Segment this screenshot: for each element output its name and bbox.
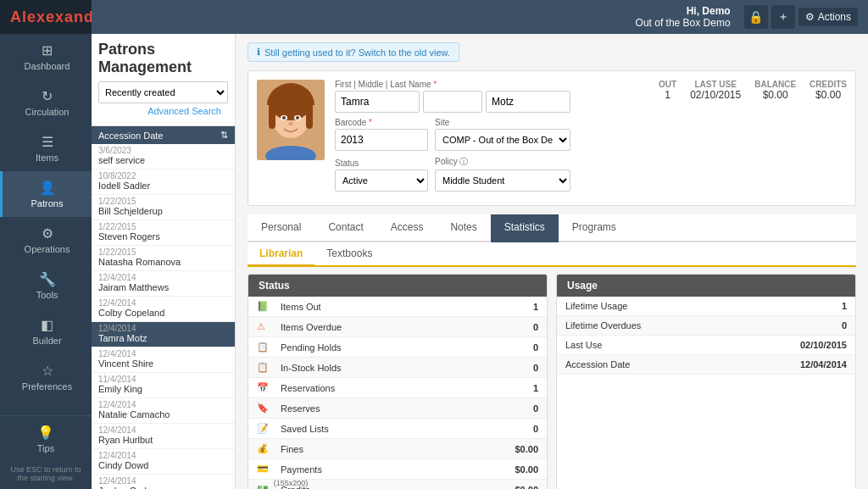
entry-date: 12/4/2014 [98,476,228,486]
site-select[interactable]: COMP - Out of the Box Demo [435,129,570,151]
sub-tab-librarian[interactable]: Librarian [248,242,314,267]
preferences-icon: ☆ [42,363,53,379]
table-row: Lifetime Usage 1 [557,297,855,316]
usage-table: Lifetime Usage 1 Lifetime Overdues 0 Las… [557,297,855,375]
policy-select[interactable]: Middle Student [435,169,570,192]
row-label: Pending Holds [272,337,453,358]
name-label: First | Middle | Last Name * [335,80,570,89]
patron-list-columns: Accession Date ⇅ [92,126,235,144]
stat-last-use-value: 02/10/2015 [690,89,741,101]
actions-button[interactable]: ⚙ Actions [798,8,858,26]
list-item[interactable]: 1/22/2015 Bill Schjelderup [92,195,235,220]
page-title: Patrons Management [98,41,228,76]
list-item-active[interactable]: 12/4/2014 Tamra Motz [92,322,235,347]
status-table: 📗 Items Out 1 ⚠ Items Overdue 0 📋 [248,297,547,489]
topbar-subtitle: Out of the Box Demo [636,17,731,29]
list-item[interactable]: 3/6/2023 self service [92,144,235,169]
tab-notes[interactable]: Notes [437,214,490,242]
row-label: Reservations [272,378,453,398]
sidebar-item-items[interactable]: ☰ Items [0,125,92,171]
row-value: 0 [453,419,547,439]
list-item[interactable]: 1/22/2015 Steven Rogers [92,220,235,246]
list-item[interactable]: 12/4/2014 Ryan Hurlbut [92,424,235,449]
sidebar-item-tools[interactable]: 🔧 Tools [0,263,92,308]
list-item[interactable]: 12/4/2014 Natalie Camacho [92,398,235,424]
status-select[interactable]: Active Inactive [335,169,428,192]
entry-date: 1/22/2015 [98,247,228,257]
svg-rect-6 [306,103,313,129]
row-value: 1 [453,297,547,317]
list-item[interactable]: 10/8/2022 Iodell Sadler [92,169,235,195]
advanced-search-link[interactable]: Advanced Search [98,103,228,119]
entry-name: Steven Rogers [98,231,228,242]
status-policy-row: Status Active Inactive Policy ⓘ Middle S… [335,156,648,192]
tab-contact[interactable]: Contact [314,214,376,242]
sidebar-label-tools: Tools [36,290,58,300]
entry-name: self service [98,155,228,165]
list-item[interactable]: 11/4/2014 Emily King [92,373,235,398]
sidebar: Alexexandria ⊞ Dashboard ↻ Circulation ☰… [0,0,92,489]
row-icon: ⚠ [248,317,272,337]
entry-name: Vincent Shire [98,358,228,369]
list-item[interactable]: 12/4/2014 Colby Copeland [92,297,235,322]
row-value: $0.00 [453,480,547,490]
svg-point-4 [270,86,311,120]
list-item[interactable]: 12/4/2014 Jairam Matthews [92,271,235,297]
table-row: 📝 Saved Lists 0 [248,419,547,439]
sidebar-item-preferences[interactable]: ☆ Preferences [0,354,92,400]
info-banner[interactable]: ℹ Still getting used to it? Switch to th… [248,42,459,62]
row-icon: 📝 [248,419,272,439]
sidebar-label-dashboard: Dashboard [25,61,70,71]
list-item[interactable]: 1/22/2015 Natasha Romanova [92,246,235,271]
sidebar-item-circulation[interactable]: ↻ Circulation [0,80,92,125]
sidebar-item-builder[interactable]: ◧ Builder [0,308,92,354]
patron-filter-row: Recently created All Patrons [98,81,228,103]
barcode-field-group: Barcode * [335,118,428,151]
stat-out-value: 1 [659,89,676,101]
entry-date: 12/4/2014 [98,273,228,282]
patron-filter-select[interactable]: Recently created All Patrons [98,81,228,103]
row-icon: 🔖 [248,398,272,419]
sidebar-nav: ⊞ Dashboard ↻ Circulation ☰ Items 👤 Patr… [0,34,92,415]
tab-access[interactable]: Access [377,214,437,242]
usage-panel: Usage Lifetime Usage 1 Lifetime Overdues… [556,274,856,489]
entry-name: Tamra Motz [98,333,228,343]
svg-point-9 [282,116,286,119]
list-item[interactable]: 12/4/2014 Vincent Shire [92,347,235,373]
policy-label: Policy ⓘ [435,156,570,168]
patron-entries-list: 3/6/2023 self service 10/8/2022 Iodell S… [92,144,235,489]
actions-icon: ⚙ [805,11,815,23]
row-value: $0.00 [453,459,547,480]
list-item[interactable]: 12/4/2014 Cindy Dowd [92,449,235,475]
sort-icon[interactable]: ⇅ [220,130,228,141]
topbar-hi: Hi, Demo [636,5,731,17]
list-item[interactable]: 12/4/2014 Jordan Carlson [92,475,235,489]
barcode-input[interactable] [335,129,428,151]
status-label: Status [335,158,428,168]
tab-statistics[interactable]: Statistics [491,214,559,242]
esc-hint: Use ESC to return to the starting view. [0,462,92,489]
sub-tab-textbooks[interactable]: Textbooks [314,242,384,267]
stat-credits-value: $0.00 [810,89,847,101]
logo-accent: e [46,8,55,26]
entry-date: 12/4/2014 [98,451,228,460]
tab-personal[interactable]: Personal [248,214,314,242]
first-name-input[interactable] [335,91,420,113]
row-label: Saved Lists [272,419,453,439]
sidebar-item-operations[interactable]: ⚙ Operations [0,217,92,263]
row-label: Reserves [272,398,453,419]
sidebar-item-dashboard[interactable]: ⊞ Dashboard [0,34,92,80]
last-name-input[interactable] [486,91,570,113]
lock-button[interactable]: 🔒 [744,5,768,29]
entry-name: Iodell Sadler [98,181,228,191]
sidebar-item-patrons[interactable]: 👤 Patrons [0,171,92,217]
svg-point-10 [296,116,299,119]
barcode-label: Barcode * [335,118,428,127]
status-field-group: Status Active Inactive [335,158,428,192]
middle-name-input[interactable] [423,91,482,113]
usage-panel-header: Usage [557,275,855,297]
tab-programs[interactable]: Programs [559,214,630,242]
sidebar-tips[interactable]: 💡 Tips [0,415,92,462]
entry-name: Emily King [98,384,228,394]
add-button[interactable]: ＋ [771,5,795,29]
